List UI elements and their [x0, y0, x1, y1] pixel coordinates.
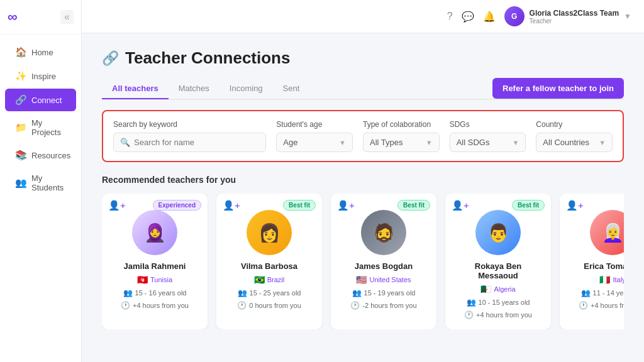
country-name: Italy — [613, 276, 624, 283]
tab-matches[interactable]: Matches — [169, 79, 219, 99]
avatar-face: 👨 — [475, 210, 521, 255]
avatar-face: 🧔 — [361, 210, 406, 255]
sidebar-label-resources: Resources — [31, 151, 70, 160]
refer-teacher-button[interactable]: Refer a fellow teacher to join — [492, 78, 624, 99]
age-icon: 👥 — [352, 288, 362, 297]
teacher-age-range: 👥 15 - 16 years old — [123, 288, 187, 297]
bell-icon[interactable]: 🔔 — [483, 11, 496, 23]
sidebar-nav: 🏠 Home ✨ Inspire 🔗 Connect 📁 My Projects… — [0, 35, 81, 204]
keyword-input[interactable] — [134, 138, 259, 147]
country-label: Country — [536, 120, 613, 129]
age-range-text: 15 - 25 years old — [250, 289, 301, 297]
teacher-card[interactable]: 👤+ Best fit 🧔 James Bogdan 🇺🇸 United Sta… — [331, 194, 436, 329]
search-icon: 🔍 — [120, 138, 130, 147]
sidebar-item-my-students[interactable]: 👥 My Students — [5, 168, 76, 198]
sidebar-item-my-projects[interactable]: 📁 My Projects — [5, 112, 76, 143]
country-flag-icon: 🇩🇿 — [480, 284, 491, 294]
teacher-card[interactable]: 👤+ Experienced 🧕 Jamila Rahmeni 🇹🇳 Tunis… — [102, 194, 208, 329]
inspire-icon: ✨ — [15, 70, 26, 82]
teacher-age-range: 👥 15 - 19 years old — [352, 288, 416, 297]
teacher-name: Vilma Barbosa — [241, 261, 297, 271]
age-select-text: Age — [283, 138, 336, 147]
teacher-badge: Best fit — [283, 200, 316, 211]
user-menu[interactable]: G Gloria Class2Class Team Teacher ▼ — [504, 6, 631, 26]
add-teacher-icon[interactable]: 👤+ — [566, 200, 584, 211]
age-icon: 👥 — [467, 298, 476, 307]
sidebar-label-inspire: Inspire — [31, 72, 56, 81]
teacher-country: 🇺🇸 United States — [356, 275, 411, 285]
sidebar-collapse-button[interactable]: « — [60, 10, 74, 24]
teacher-country: 🇧🇷 Brazil — [254, 275, 285, 285]
add-teacher-icon[interactable]: 👤+ — [452, 200, 469, 211]
teacher-time-diff: 🕐 -2 hours from you — [350, 301, 416, 310]
avatar: G — [504, 6, 525, 26]
connect-icon: 🔗 — [15, 94, 26, 106]
avatar-face: 🧕 — [132, 210, 177, 255]
tabs-list: All teachers Matches Incoming Sent — [102, 79, 309, 98]
clock-icon: 🕐 — [464, 310, 474, 319]
age-range-text: 15 - 16 years old — [135, 289, 187, 297]
age-range-text: 15 - 19 years old — [364, 289, 416, 297]
country-flag-icon: 🇮🇹 — [599, 275, 610, 285]
sidebar-item-connect[interactable]: 🔗 Connect — [5, 89, 76, 111]
add-teacher-icon[interactable]: 👤+ — [223, 200, 240, 211]
teacher-avatar: 👩‍🦳 — [590, 210, 624, 255]
sidebar-item-home[interactable]: 🏠 Home — [5, 41, 76, 63]
sidebar-item-resources[interactable]: 📚 Resources — [5, 144, 76, 167]
user-menu-chevron: ▼ — [624, 12, 631, 21]
tab-incoming[interactable]: Incoming — [219, 79, 273, 99]
teacher-time-diff: 🕐 +4 hours from you — [121, 301, 189, 310]
filter-box: Search by keyword 🔍 Student's age Age ▼ … — [102, 110, 624, 162]
user-role: Teacher — [530, 18, 619, 25]
age-select[interactable]: Age ▼ — [276, 133, 353, 152]
sidebar-header: ∞ « — [0, 0, 81, 35]
age-label: Student's age — [276, 120, 353, 129]
sidebar-label-connect: Connect — [31, 96, 62, 105]
sdg-chevron-icon: ▼ — [512, 139, 519, 146]
tab-sent[interactable]: Sent — [273, 79, 310, 99]
sidebar-item-inspire[interactable]: ✨ Inspire — [5, 65, 76, 87]
teacher-name: Jamila Rahmeni — [124, 261, 186, 271]
teacher-age-range: 👥 11 - 14 years old — [581, 288, 624, 297]
add-teacher-icon[interactable]: 👤+ — [337, 200, 355, 211]
page-header: 🔗 Teacher Connections — [102, 48, 624, 68]
clock-icon: 🕐 — [579, 301, 588, 310]
time-diff-text: +4 hours from you — [476, 311, 532, 319]
username: Gloria Class2Class Team — [530, 9, 619, 18]
teacher-time-diff: 🕐 +4 hours from you — [464, 310, 532, 319]
app-logo: ∞ — [8, 9, 18, 25]
sdg-select[interactable]: All SDGs ▼ — [450, 133, 526, 152]
keyword-filter-group: Search by keyword 🔍 — [113, 120, 266, 152]
add-teacher-icon[interactable]: 👤+ — [108, 200, 126, 211]
country-name: Brazil — [267, 276, 285, 283]
keyword-input-wrap[interactable]: 🔍 — [113, 133, 266, 152]
collaboration-chevron-icon: ▼ — [426, 139, 433, 146]
teacher-age-range: 👥 15 - 25 years old — [238, 288, 301, 297]
country-select-text: All Countries — [543, 138, 596, 147]
chat-icon[interactable]: 💬 — [462, 11, 474, 23]
age-range-text: 11 - 14 years old — [593, 289, 624, 297]
time-diff-text: +4 hours from you — [591, 302, 624, 309]
help-icon[interactable]: ? — [447, 11, 453, 22]
country-name: United States — [369, 276, 411, 283]
teacher-card[interactable]: 👤+ Best fit 👩 Vilma Barbosa 🇧🇷 Brazil 👥 … — [216, 194, 322, 329]
tabs-row: All teachers Matches Incoming Sent Refer… — [102, 78, 624, 100]
resources-icon: 📚 — [15, 150, 26, 161]
tab-all-teachers[interactable]: All teachers — [102, 79, 169, 99]
teacher-country: 🇹🇳 Tunisia — [137, 275, 172, 285]
collaboration-label: Type of colaboration — [363, 120, 440, 129]
recommended-title: Recommended teachers for you — [102, 175, 624, 185]
teacher-card[interactable]: 👤+ Best fit 👨 Rokaya Ben Messaoud 🇩🇿 Alg… — [445, 194, 551, 329]
keyword-label: Search by keyword — [113, 120, 266, 129]
collaboration-select-text: All Types — [370, 138, 423, 147]
sidebar: ∞ « 🏠 Home ✨ Inspire 🔗 Connect 📁 My Proj… — [0, 0, 82, 362]
country-filter-group: Country All Countries ▼ — [536, 120, 613, 152]
user-info: Gloria Class2Class Team Teacher — [530, 9, 619, 25]
country-select[interactable]: All Countries ▼ — [536, 133, 613, 152]
teacher-badge: Experienced — [153, 200, 201, 211]
teacher-time-diff: 🕐 +4 hours from you — [579, 301, 624, 310]
teacher-card[interactable]: 👤+ Best fit 👩‍🦳 Erica Tomasini 🇮🇹 Italy … — [560, 194, 624, 329]
collaboration-select[interactable]: All Types ▼ — [363, 133, 440, 152]
teacher-name: James Bogdan — [355, 261, 413, 271]
country-chevron-icon: ▼ — [599, 139, 606, 146]
